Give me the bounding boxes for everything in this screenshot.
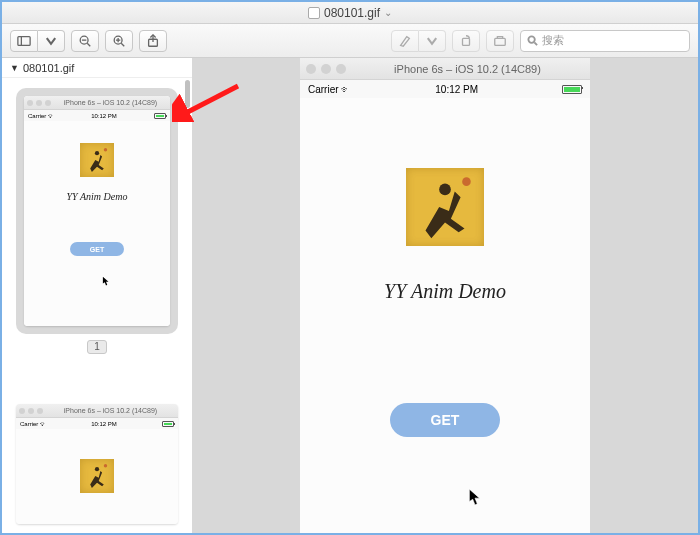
sim-window-titlebar-thumb: iPhone 6s – iOS 10.2 (14C89) — [24, 96, 170, 110]
traffic-close-icon — [306, 64, 316, 74]
cursor-icon-thumb — [102, 276, 110, 286]
svg-point-13 — [528, 36, 534, 42]
app-screen: YY Anim Demo GET — [300, 98, 590, 533]
preview-pane: iPhone 6s – iOS 10.2 (14C89) Carrier ᯤ 1… — [192, 58, 698, 533]
thumbnail-sidebar: ▼ 080101.gif iPhone 6s – iOS 10.2 (14C89… — [2, 58, 192, 533]
sidebar-scrollbar[interactable] — [185, 80, 190, 108]
share-button[interactable] — [139, 30, 167, 52]
svg-rect-12 — [495, 38, 506, 45]
cursor-icon — [468, 488, 482, 506]
search-icon — [527, 35, 538, 46]
svg-line-6 — [121, 43, 124, 46]
zoom-in-button[interactable] — [105, 30, 133, 52]
svg-rect-0 — [18, 36, 30, 45]
svg-point-20 — [439, 184, 451, 196]
rotate-button[interactable] — [452, 30, 480, 52]
svg-point-18 — [95, 467, 99, 471]
highlight-button[interactable] — [391, 30, 419, 52]
search-field[interactable]: 搜索 — [520, 30, 690, 52]
svg-point-15 — [104, 148, 107, 151]
sidebar-filename: 080101.gif — [23, 62, 74, 74]
svg-line-3 — [87, 43, 90, 46]
carrier-label: Carrier ᯤ — [308, 84, 351, 95]
thumbnail-2[interactable]: iPhone 6s – iOS 10.2 (14C89) Carrier ᯤ10… — [16, 404, 178, 524]
wifi-icon: ᯤ — [341, 84, 351, 95]
sidebar-view-dropdown[interactable] — [38, 30, 65, 52]
sim-titlebar-text: iPhone 6s – iOS 10.2 (14C89) — [351, 63, 584, 75]
sidebar-toggle-button[interactable] — [10, 30, 38, 52]
app-logo — [406, 168, 484, 246]
get-button[interactable]: GET — [390, 403, 500, 437]
title-chevron-icon[interactable]: ⌄ — [384, 7, 392, 18]
page-number-badge[interactable]: 1 — [87, 340, 107, 354]
sim-statusbar-thumb: Carrier ᯤ 10:12 PM — [24, 110, 170, 121]
app-title: YY Anim Demo — [384, 280, 506, 303]
zoom-out-button[interactable] — [71, 30, 99, 52]
sim-window-titlebar: iPhone 6s – iOS 10.2 (14C89) — [300, 58, 590, 80]
svg-line-14 — [534, 42, 537, 45]
svg-rect-11 — [463, 38, 470, 45]
search-placeholder: 搜索 — [542, 33, 564, 48]
markup-group — [391, 30, 446, 52]
highlight-dropdown[interactable] — [419, 30, 446, 52]
traffic-minimize-icon — [321, 64, 331, 74]
app-logo-thumb — [80, 143, 114, 177]
window-titlebar: 080101.gif ⌄ — [2, 2, 698, 24]
thumbnail-selected[interactable]: iPhone 6s – iOS 10.2 (14C89) Carrier ᯤ 1… — [16, 88, 178, 334]
app-title-thumb: YY Anim Demo — [67, 191, 128, 202]
ios-status-bar: Carrier ᯤ 10:12 PM — [300, 80, 590, 98]
status-time: 10:12 PM — [435, 84, 478, 95]
svg-point-19 — [462, 177, 471, 186]
simulator-window: iPhone 6s – iOS 10.2 (14C89) Carrier ᯤ 1… — [300, 58, 590, 533]
window-title: 080101.gif — [324, 6, 380, 20]
sidebar-view-group — [10, 30, 65, 52]
get-button-thumb: GET — [70, 242, 124, 256]
svg-point-16 — [95, 151, 99, 155]
document-icon — [308, 7, 320, 19]
traffic-zoom-icon — [336, 64, 346, 74]
battery-icon — [562, 85, 582, 94]
markup-toolbar-button[interactable] — [486, 30, 514, 52]
disclosure-triangle-icon: ▼ — [10, 63, 19, 73]
sidebar-file-header[interactable]: ▼ 080101.gif — [2, 58, 192, 78]
toolbar: 搜索 — [2, 24, 698, 58]
svg-point-17 — [104, 464, 107, 467]
